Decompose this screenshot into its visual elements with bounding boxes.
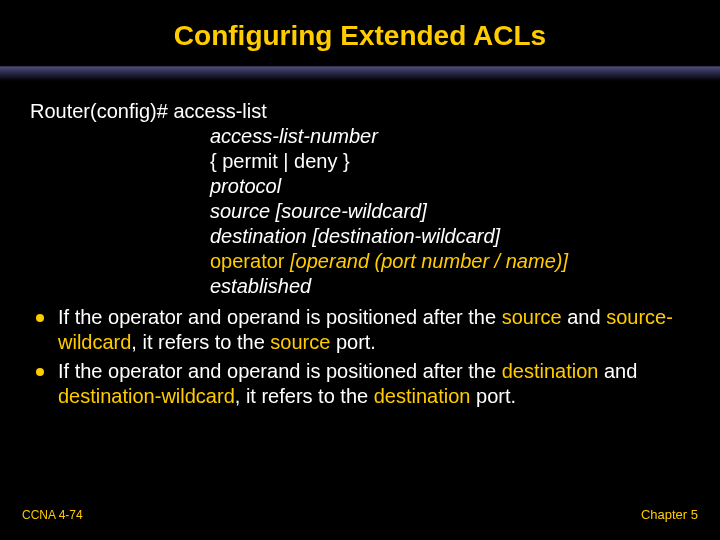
cmd-operator-word: operator: [210, 250, 285, 272]
bullet-text: , it refers to the: [235, 385, 374, 407]
cmd-arg-protocol: protocol: [30, 174, 690, 199]
bullet-text: , it refers to the: [131, 331, 270, 353]
footer-right: Chapter 5: [641, 507, 698, 522]
bullet-text: If the operator and operand is positione…: [58, 306, 502, 328]
cmd-arg-established: established: [30, 274, 690, 299]
cmd-arg-operator-line: operator [operand (port number / name)]: [30, 249, 690, 274]
footer-left: CCNA 4-74: [22, 508, 83, 522]
command-prefix: Router(config)# access-list: [30, 99, 690, 124]
cmd-arg-destination: destination [destination-wildcard]: [30, 224, 690, 249]
bullet-highlight: source: [270, 331, 330, 353]
cmd-arg-number: access-list-number: [30, 124, 690, 149]
slide-title: Configuring Extended ACLs: [0, 20, 720, 52]
bullet-text: and: [562, 306, 606, 328]
title-divider: [0, 66, 720, 81]
cmd-arg-permitdeny: { permit | deny }: [30, 149, 690, 174]
bullet-highlight: destination: [374, 385, 471, 407]
bullet-highlight: destination-wildcard: [58, 385, 235, 407]
slide-body: Router(config)# access-list access-list-…: [0, 81, 720, 409]
bullet-list: If the operator and operand is positione…: [30, 305, 690, 409]
bullet-highlight: source: [502, 306, 562, 328]
bullet-item: If the operator and operand is positione…: [30, 359, 690, 409]
bullet-highlight: destination: [502, 360, 599, 382]
bullet-text: If the operator and operand is positione…: [58, 360, 502, 382]
bullet-text: and: [598, 360, 637, 382]
bullet-text: port.: [470, 385, 516, 407]
bullet-text: port.: [330, 331, 376, 353]
cmd-arg-source: source [source-wildcard]: [30, 199, 690, 224]
bullet-item: If the operator and operand is positione…: [30, 305, 690, 355]
slide: Configuring Extended ACLs Router(config)…: [0, 0, 720, 540]
title-area: Configuring Extended ACLs: [0, 0, 720, 60]
cmd-operand-rest: [operand (port number / name)]: [285, 250, 568, 272]
